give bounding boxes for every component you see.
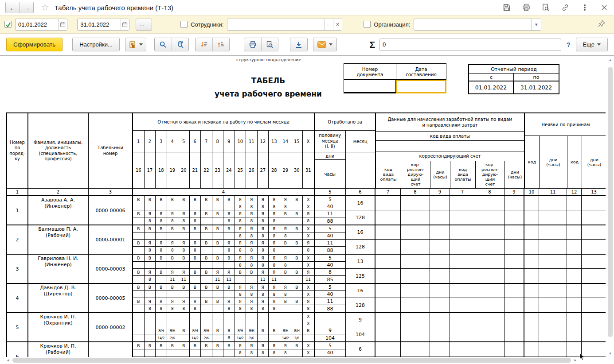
day-mark-cell[interactable]: 8 (303, 305, 314, 312)
header-cell-name[interactable]: Фамилия, инициалы, должность (специально… (28, 113, 89, 188)
day-mark-cell[interactable]: Я (246, 298, 258, 305)
day-mark-cell[interactable]: 2/6 (291, 334, 303, 341)
day-mark-cell[interactable] (133, 334, 145, 341)
day-mark-cell[interactable]: В (201, 196, 212, 203)
employee-name[interactable]: Гаврилова Н. И. (28, 256, 88, 262)
worked-value-cell[interactable]: 11 (315, 298, 345, 305)
worked-value-cell[interactable]: 104 (346, 327, 375, 341)
day-header-cell[interactable]: 16 (133, 152, 145, 188)
day-mark-cell[interactable]: В (280, 269, 292, 276)
payroll-cell[interactable] (430, 356, 450, 357)
worked-value-cell[interactable] (315, 313, 345, 320)
day-mark-cell[interactable]: Я/Н (246, 327, 258, 334)
absence-cell[interactable] (539, 298, 567, 312)
day-mark-cell[interactable] (133, 305, 145, 312)
day-header-cell[interactable]: 26 (246, 152, 258, 188)
payroll-cell[interactable] (504, 196, 524, 210)
worked-value-cell[interactable] (315, 356, 345, 357)
employee-position[interactable]: (Директор) (28, 291, 88, 297)
day-mark-cell[interactable] (145, 349, 156, 356)
day-mark-cell[interactable]: В (201, 210, 212, 217)
day-mark-cell[interactable]: В (291, 284, 303, 291)
absence-cell[interactable] (567, 210, 582, 225)
payroll-cell[interactable] (375, 313, 401, 327)
sort-descending-icon[interactable] (196, 38, 212, 51)
day-mark-cell[interactable]: 2/6 (201, 334, 212, 341)
header-cell-days-hours[interactable]: дни (часы) (540, 136, 567, 188)
day-mark-cell[interactable]: В (167, 255, 179, 262)
day-mark-cell[interactable]: В (178, 196, 190, 203)
pin-icon[interactable] (597, 19, 606, 30)
day-mark-cell[interactable]: 8 (235, 262, 246, 269)
day-mark-cell[interactable]: В (190, 255, 201, 262)
day-mark-cell[interactable] (167, 262, 179, 269)
day-mark-cell[interactable]: Я (167, 269, 179, 276)
day-header-cell[interactable]: 30 (291, 152, 303, 188)
period-checkbox[interactable] (4, 21, 12, 28)
absence-cell[interactable] (524, 356, 539, 357)
header-cell-corr-title[interactable]: корреспондирующий счет (376, 151, 524, 161)
absence-cell[interactable] (582, 240, 606, 254)
day-mark-cell[interactable] (190, 203, 201, 210)
day-header-cell[interactable]: 11 (246, 131, 258, 152)
absence-cell[interactable] (539, 210, 567, 225)
employee-position[interactable]: (Инженер) (28, 262, 88, 268)
absence-cell[interactable] (524, 298, 539, 312)
day-mark-cell[interactable]: В (291, 298, 303, 305)
day-mark-cell[interactable]: 14/2 (235, 334, 246, 341)
day-mark-cell[interactable] (235, 356, 246, 357)
day-mark-cell[interactable]: В (212, 327, 224, 334)
day-mark-cell[interactable] (291, 305, 303, 312)
payroll-cell[interactable] (375, 269, 401, 283)
day-mark-cell[interactable]: В (145, 225, 156, 232)
day-header-cell[interactable]: 13 (269, 131, 280, 152)
payroll-cell[interactable] (401, 298, 430, 312)
day-mark-cell[interactable]: В (258, 327, 269, 334)
payroll-cell[interactable] (430, 210, 450, 225)
back-icon[interactable]: ← (6, 2, 20, 13)
worked-value-cell[interactable]: 40 (315, 232, 345, 240)
day-mark-cell[interactable]: В (133, 342, 145, 349)
day-mark-cell[interactable] (223, 203, 235, 210)
day-mark-cell[interactable] (280, 320, 292, 327)
payroll-cell[interactable] (450, 240, 475, 254)
horizontal-scrollbar[interactable]: ◄ ► (5, 357, 578, 363)
day-mark-cell[interactable]: 8 (178, 217, 190, 225)
day-mark-cell[interactable]: Я (223, 210, 235, 217)
day-mark-cell[interactable] (178, 334, 190, 341)
day-mark-cell[interactable]: Я (246, 342, 258, 349)
day-mark-cell[interactable] (291, 276, 303, 283)
payroll-cell[interactable] (475, 255, 504, 269)
day-mark-cell[interactable] (212, 320, 224, 327)
more-actions-button[interactable]: Еще (576, 38, 608, 51)
day-mark-cell[interactable]: 8 (246, 203, 258, 210)
scrollbar-thumb[interactable] (608, 67, 613, 337)
day-mark-cell[interactable]: 11 (303, 276, 314, 283)
day-mark-cell[interactable]: В (145, 284, 156, 291)
day-mark-cell[interactable]: 8 (167, 217, 179, 225)
day-mark-cell[interactable] (133, 349, 145, 356)
absence-cell[interactable] (567, 225, 582, 240)
day-mark-cell[interactable]: В (291, 196, 303, 203)
day-mark-cell[interactable] (246, 320, 258, 327)
day-mark-cell[interactable]: Я (269, 255, 280, 262)
day-mark-cell[interactable]: 8 (223, 334, 235, 341)
day-mark-cell[interactable]: Я (246, 284, 258, 291)
absence-cell[interactable] (539, 313, 567, 327)
absence-cell[interactable] (567, 196, 582, 210)
payroll-cell[interactable] (504, 284, 524, 298)
day-mark-cell[interactable]: В (201, 225, 212, 232)
payroll-cell[interactable] (450, 298, 475, 312)
day-mark-cell[interactable] (133, 217, 145, 225)
day-mark-cell[interactable]: 8 (235, 217, 246, 225)
day-mark-cell[interactable] (212, 334, 224, 341)
day-header-cell[interactable]: 14 (280, 131, 292, 152)
favorite-star-icon[interactable]: ☆ (41, 2, 49, 13)
day-mark-cell[interactable]: Я (235, 342, 246, 349)
day-mark-cell[interactable]: Я (167, 240, 179, 247)
header-cell-month[interactable]: месяц (346, 131, 375, 152)
day-mark-cell[interactable] (201, 262, 212, 269)
search-icon[interactable] (155, 38, 172, 51)
day-header-cell[interactable]: 7 (201, 131, 212, 152)
day-mark-cell[interactable]: Я (269, 298, 280, 305)
